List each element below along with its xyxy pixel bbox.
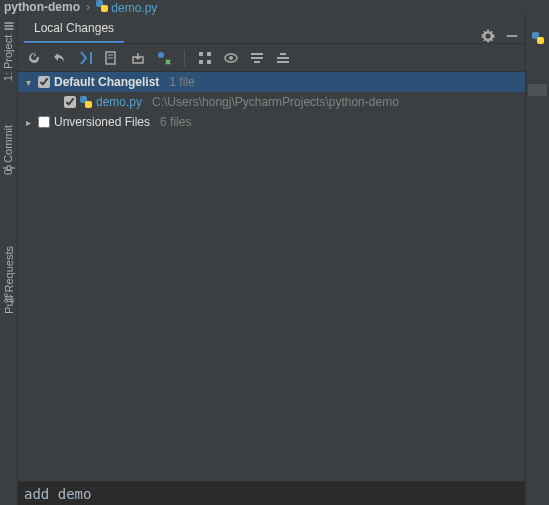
- python-icon: [96, 0, 108, 12]
- breadcrumb: python-demo › demo.py: [0, 0, 549, 14]
- unversioned-row[interactable]: ▸ Unversioned Files 6 files: [18, 112, 525, 132]
- svg-rect-0: [4, 22, 13, 24]
- sidebar-commit[interactable]: 0: Commit: [3, 125, 15, 175]
- shelve-icon[interactable]: [130, 50, 146, 66]
- sidebar-project[interactable]: 1: Project: [3, 35, 15, 81]
- changes-toolbar: [18, 44, 525, 72]
- group-by-icon[interactable]: [197, 50, 213, 66]
- changelist-count: 1 file: [169, 75, 194, 89]
- tab-local-changes[interactable]: Local Changes: [24, 17, 124, 43]
- version-control-tabbar: Local Changes: [18, 14, 525, 44]
- collapse-icon[interactable]: [275, 50, 291, 66]
- minimize-icon[interactable]: [505, 29, 519, 43]
- changed-file-path: C:\Users\hongj\PycharmProjects\python-de…: [152, 95, 399, 109]
- changed-file-row[interactable]: demo.py C:\Users\hongj\PycharmProjects\p…: [18, 92, 525, 112]
- svg-point-19: [229, 56, 233, 60]
- changed-file-name: demo.py: [96, 95, 142, 109]
- breadcrumb-separator: ›: [86, 0, 90, 14]
- refresh-status-icon[interactable]: [156, 50, 172, 66]
- gear-icon[interactable]: [481, 29, 495, 43]
- svg-rect-15: [207, 52, 211, 56]
- svg-rect-16: [199, 60, 203, 64]
- right-tool-strip: 1: [525, 14, 549, 505]
- svg-rect-17: [207, 60, 211, 64]
- expand-icon[interactable]: [249, 50, 265, 66]
- editor-line-number: 1: [528, 84, 546, 96]
- changelist-icon[interactable]: [104, 50, 120, 66]
- changelist-checkbox[interactable]: [38, 76, 50, 88]
- commit-message-box: [18, 481, 525, 505]
- commit-message-input[interactable]: [18, 482, 525, 505]
- breadcrumb-file-label: demo.py: [111, 1, 157, 15]
- unversioned-count: 6 files: [160, 115, 191, 129]
- project-tool-icon[interactable]: [3, 20, 15, 32]
- left-tool-strip: 1: Project 0: Commit Pull Requests: [0, 14, 18, 505]
- chevron-down-icon[interactable]: ▾: [22, 77, 34, 88]
- python-icon[interactable]: [532, 32, 544, 44]
- rollback-icon[interactable]: [52, 50, 68, 66]
- svg-rect-1: [4, 25, 13, 27]
- changes-tree[interactable]: ▾ Default Changelist 1 file demo.py C:\U…: [18, 72, 525, 481]
- svg-rect-9: [507, 35, 518, 37]
- diff-icon[interactable]: [78, 50, 94, 66]
- unversioned-checkbox[interactable]: [38, 116, 50, 128]
- breadcrumb-project[interactable]: python-demo: [4, 0, 80, 14]
- changelist-row[interactable]: ▾ Default Changelist 1 file: [18, 72, 525, 92]
- python-icon: [80, 96, 92, 108]
- file-checkbox[interactable]: [64, 96, 76, 108]
- refresh-icon[interactable]: [26, 50, 42, 66]
- svg-rect-14: [199, 52, 203, 56]
- breadcrumb-file[interactable]: demo.py: [96, 0, 157, 15]
- svg-point-13: [158, 52, 164, 58]
- unversioned-label: Unversioned Files: [54, 115, 150, 129]
- svg-rect-2: [4, 28, 13, 30]
- show-icon[interactable]: [223, 50, 239, 66]
- sidebar-pull-requests[interactable]: Pull Requests: [3, 246, 15, 314]
- chevron-right-icon[interactable]: ▸: [22, 117, 34, 128]
- changelist-name: Default Changelist: [54, 75, 159, 89]
